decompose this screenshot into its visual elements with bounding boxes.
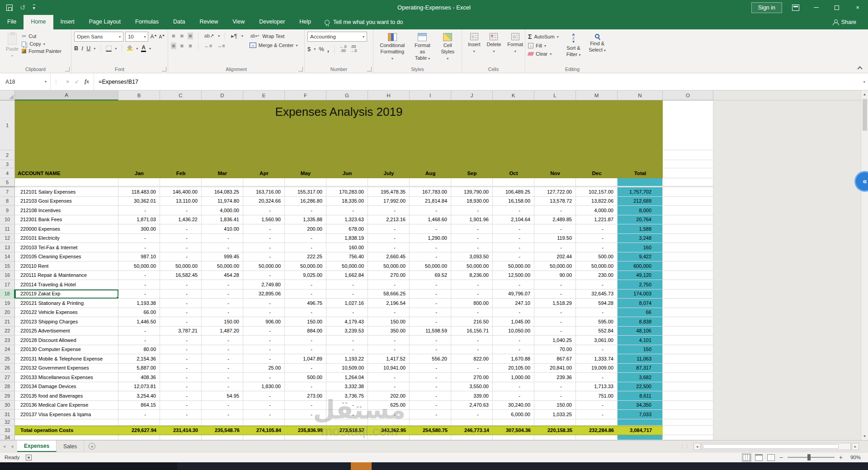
redo-icon[interactable]: ↺ bbox=[20, 4, 26, 11]
cell-G10[interactable]: 1,323.63 bbox=[326, 215, 368, 225]
cell-B20[interactable]: 66.00 bbox=[118, 308, 160, 318]
fill-button[interactable]: ↓Fill ▾ bbox=[528, 43, 559, 48]
cell-N24[interactable]: 150 bbox=[618, 345, 663, 355]
cell-F27[interactable]: 500.00 bbox=[285, 373, 326, 382]
cell-E18[interactable]: 32,895.06 bbox=[243, 290, 285, 299]
cell-C13[interactable]: - bbox=[160, 243, 202, 252]
delete-cells-button[interactable]: × Delete▾ bbox=[484, 32, 505, 55]
cell-E21[interactable]: 906.00 bbox=[243, 317, 285, 327]
cell-I17[interactable]: - bbox=[410, 280, 451, 290]
cell-H34[interactable] bbox=[368, 435, 410, 440]
cell-M18[interactable]: 32,645.73 bbox=[576, 290, 618, 299]
cell-F16[interactable]: 9,025.00 bbox=[285, 271, 326, 280]
cell-D32[interactable] bbox=[202, 419, 243, 426]
cell-C20[interactable]: - bbox=[160, 308, 202, 318]
hscroll-left-icon[interactable]: ◂ bbox=[693, 443, 701, 450]
cell-N11[interactable]: 1,588 bbox=[618, 224, 663, 234]
cell-C21[interactable]: - bbox=[160, 317, 202, 327]
cell-K18[interactable]: 49,796.07 bbox=[493, 290, 534, 299]
cell-F29[interactable]: 273.00 bbox=[285, 391, 326, 401]
cell-C31[interactable]: - bbox=[160, 410, 202, 419]
cell-I23[interactable]: - bbox=[410, 336, 451, 345]
cell-I13[interactable]: - bbox=[410, 243, 451, 252]
cell-O22[interactable] bbox=[663, 327, 713, 336]
cell-F19[interactable]: 496.75 bbox=[285, 299, 326, 308]
cell-F28[interactable]: - bbox=[285, 382, 326, 392]
close-button[interactable]: × bbox=[847, 0, 868, 15]
cell-B24[interactable]: 80.00 bbox=[118, 345, 160, 355]
cell-D9[interactable]: 4,000.00 bbox=[202, 206, 243, 215]
cell-C5[interactable] bbox=[160, 178, 202, 186]
cell-N7[interactable]: 1,757,702 bbox=[618, 187, 663, 197]
cell-F5[interactable] bbox=[285, 178, 326, 186]
ribbon-tab-developer[interactable]: Developer bbox=[252, 15, 292, 29]
cell-H10[interactable]: 2,213.16 bbox=[368, 215, 410, 225]
cell-M12[interactable]: - bbox=[576, 234, 618, 243]
cell-E28[interactable]: 1,830.00 bbox=[243, 382, 285, 392]
cell-E24[interactable]: - bbox=[243, 345, 285, 355]
decrease-decimal-icon[interactable]: .00→.0 bbox=[350, 45, 357, 53]
cell-N29[interactable]: 8,611 bbox=[618, 391, 663, 401]
col-header-G[interactable]: G bbox=[326, 90, 368, 100]
cell-H31[interactable]: - bbox=[368, 410, 410, 419]
cell-H15[interactable]: 50,000.00 bbox=[368, 261, 410, 271]
cell-E15[interactable]: 50,000.00 bbox=[243, 261, 285, 271]
cell-J16[interactable]: 8,236.00 bbox=[451, 271, 493, 280]
cell-J20[interactable]: - bbox=[451, 308, 493, 318]
cell-I26[interactable]: - bbox=[410, 364, 451, 373]
cell-A21[interactable]: 220123 Shipping Charges bbox=[15, 317, 118, 327]
row-header-14[interactable]: 14 bbox=[0, 252, 15, 262]
cell-C22[interactable]: 3,787.21 bbox=[160, 327, 202, 336]
top-align-icon[interactable]: ≡ bbox=[171, 33, 176, 39]
cell-H9[interactable]: - bbox=[368, 206, 410, 215]
cell-N5[interactable] bbox=[618, 178, 663, 186]
cell-L32[interactable] bbox=[534, 419, 576, 426]
cell-F13[interactable]: - bbox=[285, 243, 326, 252]
col-header-O[interactable]: O bbox=[663, 90, 713, 100]
cell-styles-button[interactable]: CellStyles ▾ bbox=[436, 32, 459, 62]
cell-L31[interactable]: 1,033.25 bbox=[534, 410, 576, 419]
col-header-C[interactable]: C bbox=[160, 90, 202, 100]
cell-C8[interactable]: 13,110.00 bbox=[160, 197, 202, 206]
cell-E11[interactable]: - bbox=[243, 224, 285, 234]
cell-D18[interactable]: - bbox=[202, 290, 243, 299]
row-header-26[interactable]: 26 bbox=[0, 364, 15, 373]
cell-N33[interactable]: 3,084,717 bbox=[618, 426, 663, 435]
cell-I14[interactable]: - bbox=[410, 252, 451, 262]
share-button[interactable]: Share bbox=[833, 15, 868, 29]
cell-L24[interactable]: 70.00 bbox=[534, 345, 576, 355]
cell-J12[interactable]: - bbox=[451, 234, 493, 243]
ribbon-tab-file[interactable]: File bbox=[0, 15, 24, 29]
ribbon-tab-help[interactable]: Help bbox=[292, 15, 318, 29]
cell-B25[interactable]: 2,154.36 bbox=[118, 354, 160, 364]
cell-K16[interactable]: 12,500.00 bbox=[493, 271, 534, 280]
cell-O14[interactable] bbox=[663, 252, 713, 262]
zoom-out-icon[interactable]: − bbox=[779, 454, 783, 461]
cell-E17[interactable]: 2,749.80 bbox=[243, 280, 285, 290]
cell-D14[interactable]: 999.45 bbox=[202, 252, 243, 262]
cell-N17[interactable]: 2,750 bbox=[618, 280, 663, 290]
cell-C30[interactable]: - bbox=[160, 401, 202, 410]
col-header-H[interactable]: H bbox=[368, 90, 410, 100]
cell-C34[interactable] bbox=[160, 435, 202, 440]
cell-N30[interactable]: 34,350 bbox=[618, 401, 663, 410]
cell-B12[interactable]: - bbox=[118, 234, 160, 243]
name-box-dropdown-icon[interactable]: ▾ bbox=[45, 80, 47, 84]
confirm-entry-icon[interactable]: ✓ bbox=[75, 79, 79, 85]
cell-B34[interactable] bbox=[118, 435, 160, 440]
cell-O8[interactable] bbox=[663, 197, 713, 206]
middle-align-icon[interactable]: ≡ bbox=[179, 33, 185, 39]
cell-O32[interactable] bbox=[663, 419, 713, 426]
restore-button[interactable] bbox=[826, 0, 847, 15]
cell-D8[interactable]: 11,974.80 bbox=[202, 197, 243, 206]
cell-H8[interactable]: 17,992.00 bbox=[368, 197, 410, 206]
cell-L29[interactable]: - bbox=[534, 391, 576, 401]
cell-D20[interactable]: - bbox=[202, 308, 243, 318]
cell-M10[interactable]: 1,221.87 bbox=[576, 215, 618, 225]
cell-I25[interactable]: 556.20 bbox=[410, 354, 451, 364]
cell-I12[interactable]: 1,290.00 bbox=[410, 234, 451, 243]
cell-H20[interactable]: - bbox=[368, 308, 410, 318]
cell-A10[interactable]: 212301 Bank Fees bbox=[15, 215, 118, 225]
cell-B27[interactable]: 408.36 bbox=[118, 373, 160, 382]
cell-O23[interactable] bbox=[663, 336, 713, 345]
